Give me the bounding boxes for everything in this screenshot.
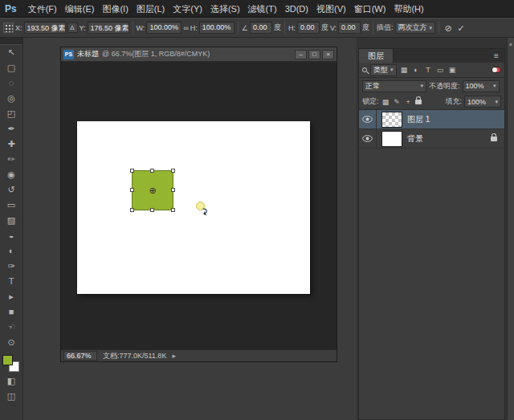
menu-item-0[interactable]: 文件(F) bbox=[24, 0, 61, 18]
hand-tool[interactable]: ☜ bbox=[0, 320, 22, 335]
vskew-input[interactable]: 0.00 bbox=[338, 22, 361, 34]
move-tool[interactable]: ↖ bbox=[0, 45, 22, 60]
filter-kind-value: 类型 bbox=[373, 65, 388, 75]
quick-mask-button[interactable]: ◧ bbox=[0, 373, 22, 389]
collapse-dock-button[interactable]: « bbox=[508, 41, 514, 49]
transform-handle-se[interactable] bbox=[171, 208, 175, 212]
transform-handle-sw[interactable] bbox=[130, 208, 134, 212]
foreground-color-swatch[interactable] bbox=[2, 355, 13, 365]
tab-strip-spacer bbox=[394, 49, 488, 63]
height-input[interactable]: 100.00% bbox=[199, 22, 235, 34]
shape-layer-filter-icon[interactable]: ▭ bbox=[436, 66, 445, 74]
menu-item-7[interactable]: 3D(D) bbox=[281, 0, 312, 18]
pasteboard[interactable]: ⊕ ↷ bbox=[61, 62, 337, 349]
pen-tool[interactable]: ✑ bbox=[0, 259, 22, 274]
eyedropper-tool[interactable]: ✒ bbox=[0, 121, 22, 137]
commit-transform-button[interactable]: ✓ bbox=[455, 22, 467, 34]
transform-handle-e[interactable] bbox=[171, 188, 175, 192]
gradient-tool[interactable]: ▨ bbox=[0, 213, 22, 228]
layer-thumbnail[interactable] bbox=[381, 112, 402, 128]
relative-position-button[interactable]: Δ bbox=[67, 22, 78, 33]
interpolation-dropdown[interactable]: 两次立方 ▾ bbox=[395, 22, 436, 34]
x-input[interactable]: 193.50 像素 bbox=[24, 22, 66, 34]
layer-thumbnail[interactable] bbox=[381, 131, 402, 147]
opacity-dropdown[interactable]: 100% ▾ bbox=[463, 80, 500, 92]
eye-icon bbox=[362, 135, 373, 142]
blur-tool[interactable]: ◒ bbox=[0, 228, 22, 243]
fill-dropdown[interactable]: 100% ▾ bbox=[464, 96, 501, 108]
pixel-layer-filter-icon[interactable]: ▦ bbox=[400, 66, 409, 74]
menu-item-5[interactable]: 选择(S) bbox=[206, 0, 244, 18]
lock-transparency-icon[interactable]: ▦ bbox=[381, 98, 390, 106]
lock-position-icon[interactable]: + bbox=[404, 98, 413, 106]
canvas[interactable]: ⊕ ↷ bbox=[77, 121, 310, 294]
transform-handle-ne[interactable] bbox=[171, 169, 175, 173]
reference-point-locator[interactable] bbox=[3, 22, 14, 33]
dodge-tool[interactable]: ◐ bbox=[0, 243, 22, 259]
history-brush-tool[interactable]: ↺ bbox=[0, 182, 22, 198]
visibility-toggle[interactable] bbox=[359, 110, 377, 128]
fill-value: 100% bbox=[467, 98, 486, 106]
eraser-tool[interactable]: ▭ bbox=[0, 198, 22, 213]
zoom-tool[interactable]: ⊙ bbox=[0, 335, 22, 350]
adjustment-layer-filter-icon[interactable]: ◐ bbox=[412, 66, 421, 74]
path-selection-tool[interactable]: ▸ bbox=[0, 289, 22, 304]
smart-object-filter-icon[interactable]: ▣ bbox=[448, 66, 457, 74]
document-title-bar[interactable]: PS 未标题 @ 66.7%(图层 1, RGB/8#/CMYK) – □ × bbox=[61, 47, 337, 62]
transform-handle-n[interactable] bbox=[150, 169, 154, 173]
fill-group: 填充: 100% ▾ bbox=[445, 96, 501, 108]
layer-name[interactable]: 背景 bbox=[407, 133, 423, 145]
visibility-toggle[interactable] bbox=[359, 129, 377, 148]
width-input[interactable]: 100.00% bbox=[146, 22, 182, 34]
menu-item-8[interactable]: 视图(V) bbox=[312, 0, 350, 18]
menu-item-1[interactable]: 编辑(E) bbox=[61, 0, 99, 18]
zoom-input[interactable]: 66.67% bbox=[63, 351, 97, 361]
close-button[interactable]: × bbox=[322, 50, 334, 59]
document-window: PS 未标题 @ 66.7%(图层 1, RGB/8#/CMYK) – □ × bbox=[60, 47, 337, 362]
shape-tool[interactable]: ■ bbox=[0, 304, 22, 320]
lock-all-icon[interactable] bbox=[415, 100, 422, 104]
marquee-tool[interactable]: ▢ bbox=[0, 60, 22, 75]
screen-mode-button[interactable]: ◫ bbox=[0, 389, 22, 404]
menu-item-9[interactable]: 窗口(W) bbox=[350, 0, 390, 18]
type-tool[interactable]: T bbox=[0, 274, 22, 289]
menu-item-4[interactable]: 文字(Y) bbox=[169, 0, 206, 18]
menu-item-10[interactable]: 帮助(H) bbox=[390, 0, 427, 18]
transform-handle-nw[interactable] bbox=[130, 169, 134, 173]
transform-bounding-box[interactable]: ⊕ bbox=[132, 170, 173, 210]
crop-tool[interactable]: ◰ bbox=[0, 106, 22, 121]
hskew-input[interactable]: 0.00 bbox=[297, 22, 320, 34]
layer-row-background[interactable]: 背景 bbox=[359, 129, 504, 149]
lock-pixels-icon[interactable]: ✎ bbox=[393, 98, 402, 106]
opacity-value: 100% bbox=[466, 82, 484, 90]
healing-brush-tool[interactable]: ✚ bbox=[0, 137, 22, 152]
rotate-input[interactable]: 0.00 bbox=[250, 22, 272, 34]
type-layer-filter-icon[interactable]: T bbox=[424, 66, 433, 74]
brush-tool[interactable]: ✏ bbox=[0, 152, 22, 167]
link-dimensions-icon[interactable]: ∞ bbox=[183, 24, 188, 32]
layer-row-layer1[interactable]: 图层 1 bbox=[359, 110, 504, 129]
y-input[interactable]: 176.50 像素 bbox=[88, 22, 129, 34]
tab-layers[interactable]: 图层 bbox=[359, 49, 394, 63]
filter-switch-toggle[interactable] bbox=[492, 67, 501, 73]
lasso-tool[interactable]: ◌ bbox=[0, 75, 22, 91]
quick-selection-tool[interactable]: ◎ bbox=[0, 91, 22, 106]
menu-item-2[interactable]: 图像(I) bbox=[98, 0, 132, 18]
blend-mode-dropdown[interactable]: 正常 ▾ bbox=[362, 80, 426, 92]
status-popup-arrow-icon[interactable]: ▸ bbox=[172, 352, 176, 360]
layer-name[interactable]: 图层 1 bbox=[407, 114, 430, 125]
minimize-button[interactable]: – bbox=[295, 50, 307, 59]
chevron-down-icon: ▾ bbox=[430, 25, 433, 31]
transform-handle-s[interactable] bbox=[150, 208, 154, 212]
toolbar-grip[interactable] bbox=[0, 38, 22, 45]
cancel-transform-button[interactable]: ⊘ bbox=[443, 22, 454, 34]
filter-kind-dropdown[interactable]: 类型 ▾ bbox=[370, 64, 397, 76]
transform-handle-w[interactable] bbox=[130, 188, 134, 192]
menu-item-3[interactable]: 图层(L) bbox=[133, 0, 169, 18]
clone-stamp-tool[interactable]: ◉ bbox=[0, 167, 22, 182]
panel-menu-icon[interactable]: ≡ bbox=[488, 49, 504, 63]
lock-row: 锁定: ▦ ✎ + 填充: 100% ▾ bbox=[359, 94, 504, 110]
maximize-button[interactable]: □ bbox=[308, 50, 320, 59]
reference-point-icon[interactable]: ⊕ bbox=[149, 186, 156, 195]
menu-item-6[interactable]: 滤镜(T) bbox=[244, 0, 281, 18]
